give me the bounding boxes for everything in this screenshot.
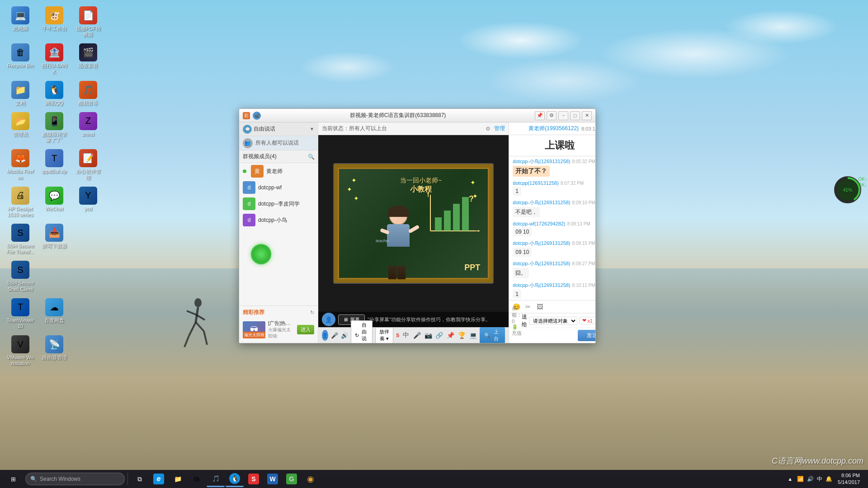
- network-icon[interactable]: 📶: [796, 475, 805, 483]
- icon-vmware[interactable]: V VMware Workstation: [5, 333, 36, 368]
- manage-button[interactable]: 管理: [494, 125, 505, 132]
- icon-office-mgr[interactable]: 📝 办公软件管理: [72, 147, 104, 182]
- icon-bank[interactable]: 🏦 招行U-BANK: [38, 42, 70, 76]
- svg-rect-10: [435, 217, 442, 231]
- member-item-xiaoniao[interactable]: d dotcpp-小鸟: [239, 212, 318, 228]
- perform-button[interactable]: 放伴奏 ▾: [375, 327, 393, 343]
- taskbar-clock[interactable]: 8:06 PM 5/14/2017: [835, 472, 863, 486]
- icon-file-mgr[interactable]: 📂 管理员: [5, 110, 36, 145]
- free-talk-button[interactable]: ↻ 自由说话: [351, 320, 373, 343]
- word-taskbar-icon: W: [267, 474, 278, 484]
- icon-recycle[interactable]: 🗑 Recycle Bin: [5, 42, 36, 76]
- chat-time-2: 8:07:32 PM: [561, 181, 584, 186]
- icon-ssh-client[interactable]: S SSH Secure Shell Client: [5, 259, 36, 294]
- stage-icon-trophy[interactable]: 🏆: [457, 330, 467, 340]
- stage-icon-screen[interactable]: 💻: [468, 330, 478, 340]
- window-settings-button[interactable]: ⚙: [547, 111, 557, 120]
- icon-router[interactable]: 📡 路由器管理: [38, 333, 70, 368]
- members-search-icon[interactable]: 🔍: [308, 154, 314, 160]
- icon-movie[interactable]: 🎬 迅雷影音: [72, 42, 104, 76]
- stage-icon-cam[interactable]: 📷: [424, 330, 433, 340]
- member-item-lipi[interactable]: d dotcpp--李皮同学: [239, 196, 318, 212]
- icon-app-mgr[interactable]: 📱 超级应用管家 广厂: [38, 110, 70, 145]
- chat-user-4[interactable]: dotcpp-wf(1726294282): [513, 221, 565, 226]
- window-minimize-button[interactable]: －: [558, 111, 568, 120]
- up-stage-button[interactable]: 🔍 上台: [480, 327, 505, 343]
- window-close-button[interactable]: ✕: [582, 111, 592, 120]
- ime-cn-icon[interactable]: 中: [816, 474, 823, 484]
- app1-taskbar-icon: G: [286, 474, 297, 484]
- gift-recipient-select[interactable]: 请选择赠送对象: [529, 317, 577, 325]
- host-user-link[interactable]: 黄老师(1993566122): [528, 125, 579, 132]
- window-maximize-button[interactable]: □: [570, 111, 580, 120]
- app-label: 超级应用管家 广厂: [40, 131, 68, 143]
- chat-time-3: 8:09:10 PM: [572, 200, 595, 205]
- icon-hp-printer[interactable]: 🖨 HP Deskjet 1510 series: [5, 185, 36, 220]
- icon-teamviewer[interactable]: T TeamViewer 10: [5, 296, 36, 331]
- taskbar-show-desktop[interactable]: ▲: [786, 471, 794, 487]
- taskbar-media-player[interactable]: 🎵: [207, 471, 225, 487]
- icon-znind[interactable]: Z znind: [72, 110, 104, 145]
- volume-icon[interactable]: 🔊: [806, 475, 815, 483]
- scissors-button[interactable]: ✂: [524, 302, 533, 311]
- chat-user-7[interactable]: dotcpp-小鸟(1269131258): [513, 282, 570, 289]
- status-right: ⚙ 管理: [486, 125, 505, 132]
- taskbar-app1[interactable]: G: [283, 471, 301, 487]
- chat-user-5[interactable]: dotcpp-小鸟(1269131258): [513, 240, 570, 247]
- icon-doc[interactable]: 📁 文档: [5, 79, 36, 108]
- icon-ycd[interactable]: Y ycd: [72, 185, 104, 220]
- taskbar-taskview[interactable]: ⧉: [131, 471, 149, 487]
- icon-qianniu[interactable]: 🐮 千牛工作台: [38, 5, 70, 39]
- taskbar-store[interactable]: 🛍: [188, 471, 206, 487]
- stage-icon-pin[interactable]: 📌: [446, 330, 455, 340]
- stage-icon-link[interactable]: 🔗: [435, 330, 444, 340]
- svg-line-7: [204, 331, 207, 345]
- bell-icon[interactable]: 🔔: [825, 475, 833, 483]
- movie-label: 迅雷影音: [78, 63, 98, 69]
- icon-pdf[interactable]: 📄 迅捷PDF转换器: [72, 5, 104, 39]
- icon-music[interactable]: 🎵 酷我音乐: [72, 79, 104, 108]
- taskbar-search-box[interactable]: 🔍 Search Windows: [25, 473, 125, 485]
- chat-msg-header-6: dotcpp-小鸟(1269131258) 8:09:27 PM: [513, 260, 595, 267]
- taskbar-edge[interactable]: e: [150, 471, 168, 487]
- start-button[interactable]: ⊞: [2, 471, 24, 487]
- mic-button[interactable]: 🎤: [331, 331, 338, 340]
- stage-icon-mic[interactable]: 🎤: [412, 330, 422, 340]
- chat-send-button[interactable]: 发送: [578, 330, 595, 341]
- recommend-refresh-icon[interactable]: ↻: [310, 310, 314, 315]
- member-name-1: 黄老师: [266, 168, 283, 175]
- icon-qq[interactable]: 🐧 腾讯QQ: [38, 79, 70, 108]
- chat-user-2[interactable]: dotcpp(1269131258): [513, 180, 559, 186]
- icon-wechat[interactable]: 💬 WeChat: [38, 185, 70, 220]
- icon-firefox[interactable]: 🦊 Mozilla Firefox: [5, 147, 36, 182]
- taskbar-qq-running[interactable]: 🐧: [226, 471, 244, 487]
- image-button[interactable]: 🖼: [535, 302, 544, 311]
- chat-message-4: dotcpp-wf(1726294282) 8:09:13 PM 09 10: [513, 221, 595, 236]
- icon-baidu-pan[interactable]: ☁ 百度网盘: [38, 296, 70, 331]
- heart-gift-button[interactable]: ❤ x1: [579, 317, 595, 324]
- icon-ssh-file[interactable]: S SSH Secure File Transf...: [5, 222, 36, 257]
- free-talk-icon: 💬: [243, 125, 252, 134]
- chat-user-6[interactable]: dotcpp-小鸟(1269131258): [513, 260, 570, 267]
- taskbar-word[interactable]: W: [264, 471, 282, 487]
- volume-button[interactable]: 🔊: [341, 331, 348, 340]
- chat-user-3[interactable]: dotcpp-小鸟(1269131258): [513, 199, 570, 206]
- icon-downloader[interactable]: 📥 拼写下载器: [38, 222, 70, 257]
- taskbar-sogou[interactable]: S: [245, 471, 263, 487]
- chat-text-1: 开始了不？: [513, 166, 550, 177]
- chat-user-1[interactable]: dotcpp-小鸟(1269131258): [513, 158, 570, 165]
- chat-time-5: 8:09:15 PM: [572, 241, 595, 246]
- recommend-enter-button[interactable]: 进入: [297, 325, 314, 334]
- progress-circle: 41%: [834, 176, 861, 203]
- icon-tpp[interactable]: T tppdBull.dp: [38, 147, 70, 182]
- member-item-wf[interactable]: d dotcpp-wf: [239, 179, 318, 196]
- taskbar-app2[interactable]: ◉: [302, 471, 320, 487]
- bank-icon-img: 🏦: [45, 43, 63, 61]
- ssh-client-label: SSH Secure Shell Client: [6, 280, 34, 292]
- member-item-huanglao[interactable]: 黄 黄老师: [239, 163, 318, 179]
- window-pin-button[interactable]: 📌: [535, 111, 545, 120]
- vm-label: VMware Workstation: [6, 355, 34, 366]
- taskbar-explorer[interactable]: 📁: [169, 471, 187, 487]
- icon-thispc[interactable]: 💻 此电脑: [5, 5, 36, 39]
- stage-icon-chinese[interactable]: 中: [401, 330, 410, 340]
